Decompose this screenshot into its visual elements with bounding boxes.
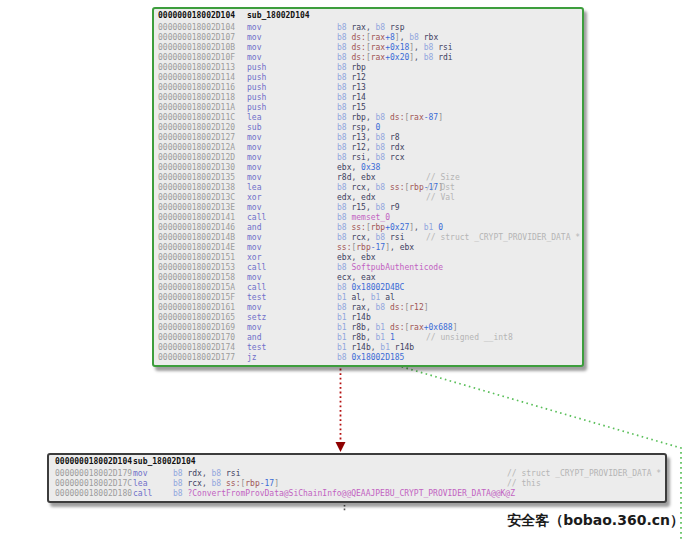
asm-line: 000000018002D153callb8 SoftpubAuthentico… (154, 263, 582, 273)
mnemonic: lea (247, 183, 337, 193)
operand-token: edx (337, 193, 351, 202)
operand-token: ] (438, 113, 443, 122)
operand-token: r14b (351, 313, 370, 322)
operand-token: rax (351, 303, 365, 312)
operand-token: , (366, 133, 376, 142)
operand-token: b8 (337, 223, 351, 232)
mnemonic: lea (133, 479, 173, 489)
operand-token: , (366, 303, 376, 312)
operand-token: +0x27 (385, 223, 409, 232)
instruction-address: 000000018002D14B (158, 233, 247, 243)
operand-token: rbp (356, 243, 370, 252)
instruction-address: 000000018002D141 (158, 213, 247, 223)
operand-token: , (366, 183, 376, 192)
operand-token: b1 (376, 323, 390, 332)
basic-block-18002D179[interactable]: 000000018002D104sub_18002D10400000001800… (47, 453, 667, 503)
operand-token: rcx (187, 479, 201, 488)
operand-token: rdx (187, 469, 201, 478)
operand-token: b8 (376, 23, 390, 32)
operands: b8 r14 (337, 93, 366, 103)
operands: b8 ss:[rbp+0x27], b1 0 (337, 223, 443, 233)
operands: b8 rbp, b8 ds:[rax-87] (337, 113, 443, 123)
asm-line: 000000018002D104movb8 rax, b8 rsp (154, 23, 582, 33)
comment: // Val (426, 193, 455, 203)
operand-token: r8 (390, 133, 400, 142)
asm-line: 000000018002D13Emovb8 r15, b8 r9 (154, 203, 582, 213)
asm-line: 000000018002D13Cxoredx, edx// Val (154, 193, 582, 203)
mnemonic: setz (247, 313, 337, 323)
operand-token: rcx (390, 153, 404, 162)
operand-token: ds: (351, 33, 365, 42)
operand-token: , (366, 233, 376, 242)
operands: b8 r15 (337, 103, 366, 113)
operand-token: b8 (173, 469, 187, 478)
operand-token: ] (424, 303, 429, 312)
operand-token: r8b (351, 333, 365, 342)
operand-token: r15 (351, 203, 365, 212)
operand-token: , (366, 143, 376, 152)
operand-token: b8 (376, 153, 390, 162)
mnemonic: mov (247, 33, 337, 43)
asm-line: 000000018002D12Dmovb8 rsi, b8 rcx (154, 153, 582, 163)
operand-token: rbp (409, 183, 423, 192)
operand-token: b8 (337, 263, 351, 272)
operand-token: rsi (390, 233, 404, 242)
instruction-address: 000000018002D130 (158, 163, 247, 173)
operand-token: rsi (351, 153, 365, 162)
operand-token: ss: (226, 479, 240, 488)
operand-token: rsi (226, 469, 240, 478)
operand-token: b1 (337, 293, 351, 302)
asm-line: 000000018002D151xorebx, ebx (154, 253, 582, 263)
mnemonic: test (247, 293, 337, 303)
operand-token: b1 (337, 343, 351, 352)
instruction-address: 000000018002D13C (158, 193, 247, 203)
operand-token: b8 (337, 233, 351, 242)
instruction-address: 000000018002D10B (158, 43, 247, 53)
mnemonic: xor (247, 193, 337, 203)
asm-line: 000000018002D114pushb8 r12 (154, 73, 582, 83)
operand-token: r9 (390, 203, 400, 212)
function-name: sub_18002D104 (247, 11, 310, 21)
operand-token: ds: (351, 43, 365, 52)
basic-block-sub-18002D104[interactable]: 000000018002D104sub_18002D10400000001800… (152, 7, 584, 367)
operand-token: ebx (337, 163, 351, 172)
instruction-address: 000000018002D13E (158, 203, 247, 213)
operand-token: -17 (260, 479, 274, 488)
operand-token: ebx (361, 253, 375, 262)
operand-token: b8 (376, 143, 390, 152)
comment: // unsigned __int8 (426, 333, 513, 343)
mnemonic: push (247, 73, 337, 83)
instruction-address: 000000018002D12D (158, 153, 247, 163)
mnemonic: xor (247, 253, 337, 263)
instruction-address: 000000018002D169 (158, 323, 247, 333)
instruction-address: 000000018002D135 (158, 173, 247, 183)
mnemonic: mov (247, 173, 337, 183)
block-header-address: 000000018002D104 (55, 457, 133, 467)
asm-line: 000000018002D10Bmovb8 ds:[rax+0x18], b8 … (154, 43, 582, 53)
asm-line: 000000018002D113pushb8 rbp (154, 63, 582, 73)
operand-token: , (390, 243, 400, 252)
mnemonic: sub (247, 123, 337, 133)
mnemonic: mov (247, 233, 337, 243)
operand-token: -87 (424, 113, 438, 122)
operand-token: , (351, 173, 361, 182)
operand-token: +0x688 (424, 323, 453, 332)
mnemonic: mov (247, 53, 337, 63)
operand-token: , (202, 479, 212, 488)
asm-line: 000000018002D138leab8 rcx, b8 ss:[rbp-17… (154, 183, 582, 193)
operand-token: rbp (351, 113, 365, 122)
asm-line: 000000018002D116pushb8 r13 (154, 83, 582, 93)
mnemonic: push (247, 83, 337, 93)
operand-token: ?ConvertFromProvData@SiChainInfo@@QEAAJP… (187, 489, 515, 498)
operands: b8 rax, b8 ds:[r12] (337, 303, 429, 313)
asm-line: 000000018002D15Acallb8 0x18002D4BC (154, 283, 582, 293)
operands: ecx, eax (337, 273, 376, 283)
mnemonic: mov (247, 133, 337, 143)
function-name: sub_18002D104 (133, 457, 196, 467)
mnemonic: call (133, 489, 173, 499)
operands: b8 r15, b8 r9 (337, 203, 400, 213)
operand-token: b8 (337, 63, 351, 72)
comment: // Size (426, 173, 460, 183)
operand-token: SoftpubAuthenticode (351, 263, 443, 272)
operand-token: b8 (173, 479, 187, 488)
